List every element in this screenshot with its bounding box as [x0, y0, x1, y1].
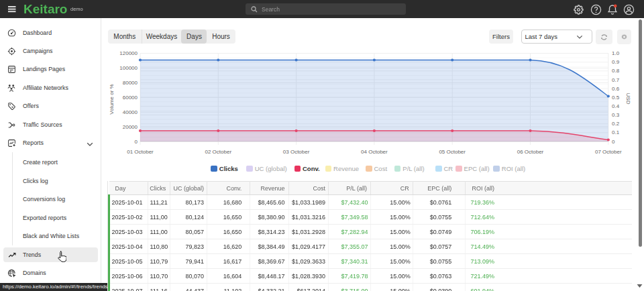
svg-text:0.4: 0.4	[612, 103, 620, 109]
svg-text:04 October: 04 October	[361, 149, 388, 155]
svg-text:01 October: 01 October	[127, 149, 154, 155]
svg-text:USD: USD	[625, 93, 631, 105]
svg-text:0.9: 0.9	[612, 59, 620, 65]
svg-text:0.2: 0.2	[612, 121, 620, 127]
svg-text:0.3: 0.3	[612, 112, 620, 118]
svg-text:02 October: 02 October	[205, 149, 232, 155]
svg-text:0.1: 0.1	[612, 129, 620, 135]
svg-text:80000: 80000	[123, 80, 138, 86]
svg-text:0: 0	[612, 139, 615, 145]
svg-text:05 October: 05 October	[439, 149, 466, 155]
svg-text:0.7: 0.7	[612, 77, 620, 83]
svg-text:0.8: 0.8	[612, 68, 620, 74]
svg-text:03 October: 03 October	[283, 149, 310, 155]
svg-text:0.6: 0.6	[612, 86, 620, 92]
svg-text:Volume or %: Volume or %	[109, 84, 115, 114]
svg-text:120000: 120000	[119, 50, 138, 56]
svg-text:60000: 60000	[123, 95, 138, 101]
svg-text:1.0: 1.0	[612, 50, 620, 56]
svg-text:20000: 20000	[123, 124, 138, 130]
svg-text:0.5: 0.5	[612, 95, 620, 101]
svg-text:06 October: 06 October	[517, 149, 544, 155]
svg-text:40000: 40000	[123, 109, 138, 115]
svg-text:07 October: 07 October	[595, 149, 622, 155]
svg-text:0: 0	[135, 139, 138, 145]
svg-text:100000: 100000	[119, 65, 138, 71]
